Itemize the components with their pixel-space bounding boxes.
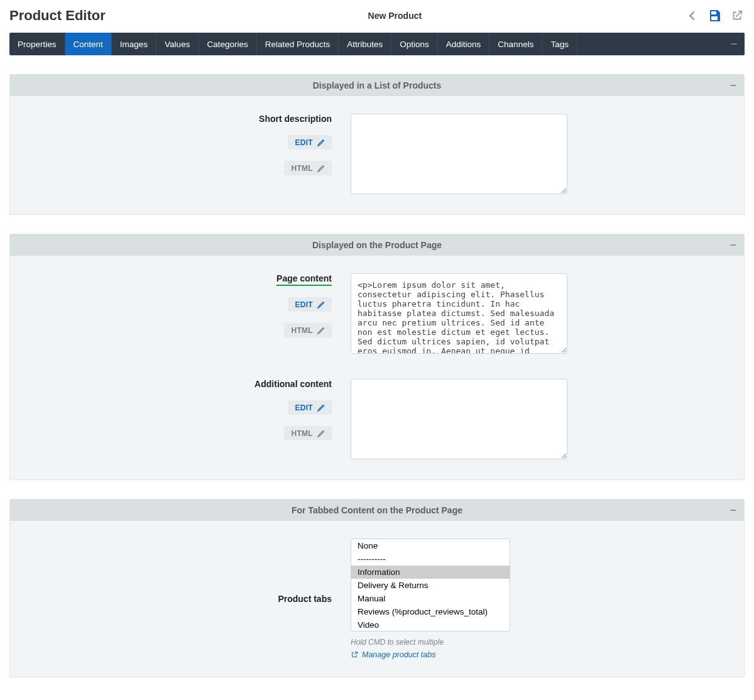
tab-options[interactable]: Options: [391, 33, 438, 55]
tab-values[interactable]: Values: [156, 33, 199, 55]
product-tabs-option[interactable]: Reviews (%product_reviews_total): [351, 605, 510, 618]
tab-images[interactable]: Images: [112, 33, 156, 55]
save-icon[interactable]: [707, 8, 722, 23]
additional-content-html-button[interactable]: HTML: [284, 426, 332, 440]
panel-list-header: Displayed in a List of Products −: [10, 75, 744, 96]
editor-header: Product Editor New Product: [0, 3, 754, 33]
product-tabs-option[interactable]: Manual: [351, 592, 510, 605]
panel-page-collapse[interactable]: −: [729, 239, 736, 251]
manage-product-tabs-link[interactable]: Manage product tabs: [351, 650, 435, 659]
pencil-icon: [317, 429, 326, 438]
pencil-icon: [317, 138, 326, 147]
panel-tabs: For Tabbed Content on the Product Page −…: [9, 499, 745, 677]
product-tabs-option[interactable]: ----------: [351, 552, 510, 566]
additional-content-label: Additional content: [254, 379, 332, 389]
pencil-icon: [317, 163, 326, 173]
product-tabs-option[interactable]: None: [351, 539, 510, 552]
tab-properties[interactable]: Properties: [9, 33, 65, 55]
product-tabs-option[interactable]: Video: [351, 618, 510, 632]
page-content-html-button[interactable]: HTML: [284, 323, 332, 337]
short-description-edit-button[interactable]: EDIT: [288, 135, 332, 150]
product-tabs-label: Product tabs: [278, 594, 332, 604]
pencil-icon: [317, 300, 326, 309]
collapse-tabs-button[interactable]: [723, 33, 745, 55]
page-content-edit-button[interactable]: EDIT: [288, 297, 332, 312]
page-title: Product Editor: [9, 8, 106, 24]
product-tabs-listbox[interactable]: None----------InformationDelivery & Retu…: [351, 539, 510, 632]
short-description-label: Short description: [259, 114, 332, 124]
panel-tabs-collapse[interactable]: −: [729, 505, 736, 516]
page-content-label: Page content: [276, 273, 332, 286]
header-actions: [684, 8, 745, 23]
additional-content-input[interactable]: [351, 379, 567, 459]
panel-tabs-header: For Tabbed Content on the Product Page −: [10, 500, 744, 521]
pencil-icon: [317, 403, 326, 412]
back-icon[interactable]: [684, 8, 699, 23]
tab-categories[interactable]: Categories: [199, 33, 256, 55]
short-description-input[interactable]: [351, 114, 567, 194]
pencil-icon: [317, 325, 326, 335]
panel-page: Displayed on the Product Page − Page con…: [9, 234, 745, 480]
panel-list-collapse[interactable]: −: [729, 80, 736, 91]
panel-list-title: Displayed in a List of Products: [313, 80, 442, 90]
open-external-icon[interactable]: [729, 8, 745, 23]
header-subtitle: New Product: [106, 11, 684, 21]
tab-related-products[interactable]: Related Products: [257, 33, 339, 55]
panel-tabs-title: For Tabbed Content on the Product Page: [292, 505, 462, 515]
tab-tags[interactable]: Tags: [542, 33, 577, 55]
product-tabs-option[interactable]: Delivery & Returns: [351, 579, 510, 592]
svg-rect-1: [731, 43, 736, 44]
tab-channels[interactable]: Channels: [489, 33, 542, 55]
product-tabs-hint: Hold CMD to select multiple: [351, 638, 444, 647]
panel-page-title: Displayed on the Product Page: [312, 240, 442, 250]
open-external-icon: [351, 651, 358, 659]
additional-content-edit-button[interactable]: EDIT: [288, 400, 332, 415]
panel-list: Displayed in a List of Products − Short …: [9, 74, 745, 215]
tab-attributes[interactable]: Attributes: [339, 33, 391, 55]
panel-page-header: Displayed on the Product Page −: [10, 234, 744, 256]
page-content-input[interactable]: [351, 273, 567, 354]
short-description-html-button[interactable]: HTML: [284, 161, 332, 175]
tabbar: PropertiesContentImagesValuesCategoriesR…: [9, 33, 745, 55]
svg-rect-0: [714, 11, 716, 14]
product-tabs-option[interactable]: Information: [351, 566, 510, 579]
tab-additions[interactable]: Additions: [438, 33, 490, 55]
tab-content[interactable]: Content: [65, 33, 112, 55]
